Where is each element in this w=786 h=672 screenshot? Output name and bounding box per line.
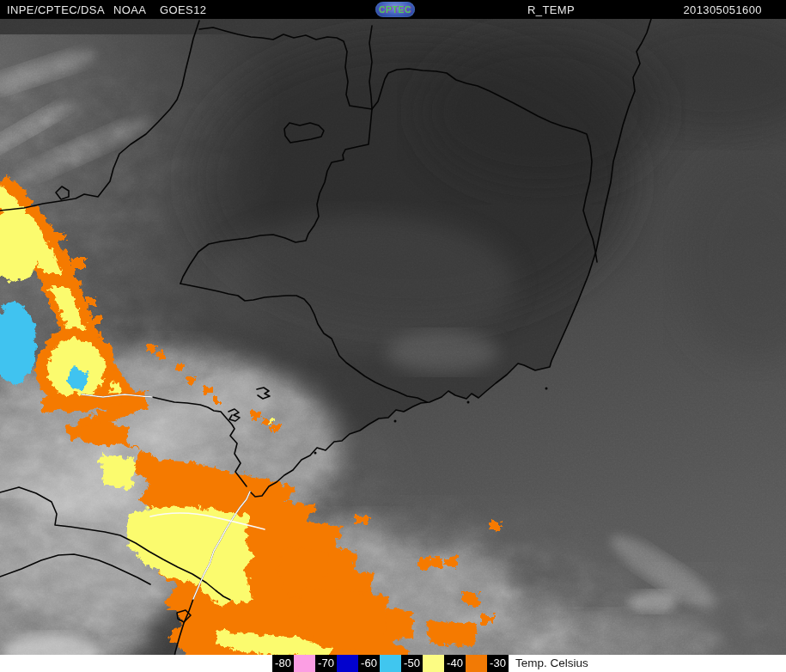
legend-label: -40 (444, 655, 466, 672)
timestamp-label: 201305051600 (683, 3, 762, 16)
legend-swatch-pink (294, 655, 315, 672)
legend-swatch-blue (337, 655, 358, 672)
legend-swatch-yellow (423, 655, 444, 672)
legend-label: -60 (358, 655, 380, 672)
satellite-image (0, 0, 786, 672)
legend-swatch-cyan (380, 655, 401, 672)
legend: -80-70-60-50-40-30Temp. Celsius (272, 655, 588, 672)
legend-title: Temp. Celsius (515, 655, 588, 672)
legend-bar: -80-70-60-50-40-30Temp. Celsius (0, 655, 786, 672)
satellite-product-page: INPE/CPTEC/DSA NOAA GOES12 CPTEC R_TEMP … (0, 0, 786, 672)
network-label: NOAA (113, 3, 146, 16)
legend-label: -80 (272, 655, 294, 672)
legend-swatch-orange (466, 655, 487, 672)
satellite-label: GOES12 (160, 3, 206, 16)
header-bar: INPE/CPTEC/DSA NOAA GOES12 CPTEC R_TEMP … (0, 0, 786, 19)
product-label: R_TEMP (527, 3, 575, 16)
agency-label: INPE/CPTEC/DSA (7, 3, 105, 16)
legend-label: -70 (315, 655, 337, 672)
legend-label: -50 (401, 655, 423, 672)
legend-label: -30 (487, 655, 509, 672)
cptec-logo: CPTEC (375, 2, 415, 17)
